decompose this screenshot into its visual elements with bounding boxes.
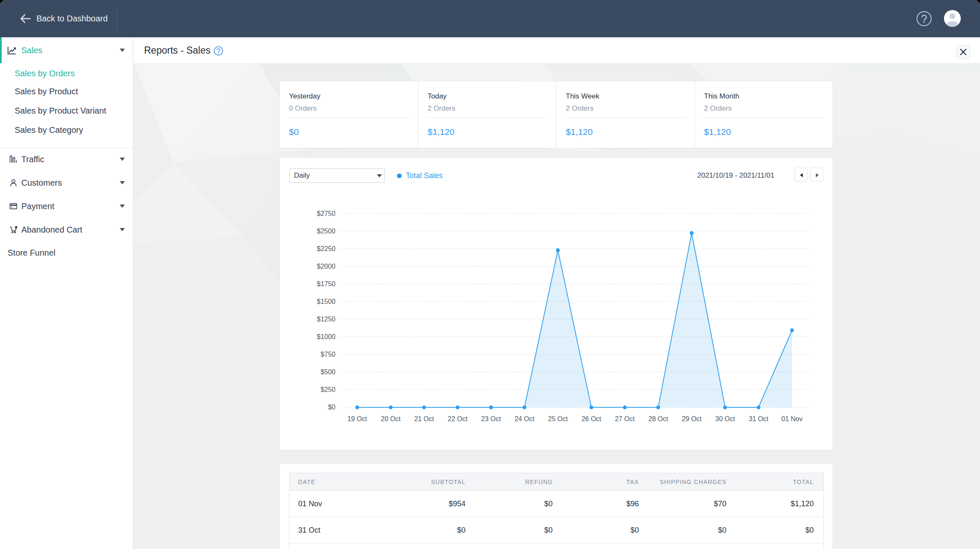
svg-text:$2500: $2500	[317, 228, 336, 235]
svg-text:21 Oct: 21 Oct	[414, 415, 434, 422]
svg-text:$1250: $1250	[317, 316, 336, 323]
svg-text:$2250: $2250	[317, 245, 336, 252]
svg-text:31 Oct: 31 Oct	[749, 415, 769, 422]
svg-text:01 Nov: 01 Nov	[781, 415, 803, 422]
svg-text:27 Oct: 27 Oct	[615, 415, 635, 422]
svg-text:$2750: $2750	[317, 210, 336, 217]
svg-text:24 Oct: 24 Oct	[515, 415, 535, 422]
svg-text:$500: $500	[320, 368, 335, 375]
svg-text:$1500: $1500	[317, 298, 336, 305]
svg-text:$750: $750	[320, 351, 335, 358]
svg-text:22 Oct: 22 Oct	[448, 415, 468, 422]
svg-text:$1000: $1000	[317, 333, 336, 340]
svg-text:$0: $0	[328, 404, 335, 411]
svg-text:25 Oct: 25 Oct	[548, 415, 568, 422]
svg-text:20 Oct: 20 Oct	[381, 415, 401, 422]
svg-text:30 Oct: 30 Oct	[715, 415, 735, 422]
svg-text:19 Oct: 19 Oct	[347, 415, 367, 422]
svg-text:$1750: $1750	[317, 280, 336, 287]
svg-text:29 Oct: 29 Oct	[682, 415, 702, 422]
svg-text:28 Oct: 28 Oct	[648, 415, 668, 422]
svg-text:26 Oct: 26 Oct	[581, 415, 601, 422]
svg-text:$2000: $2000	[317, 263, 336, 270]
svg-text:23 Oct: 23 Oct	[481, 415, 501, 422]
svg-text:$250: $250	[320, 386, 335, 393]
